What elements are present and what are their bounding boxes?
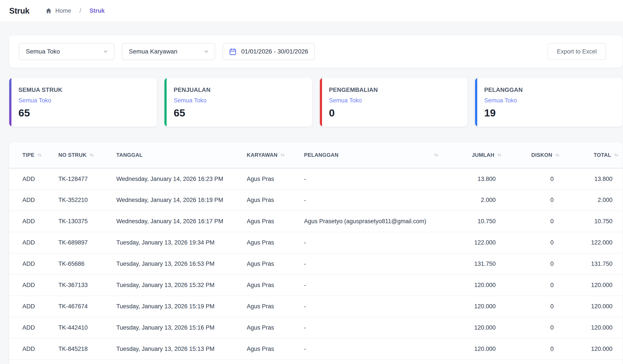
table-row[interactable]: ADDTK-367133Tuesday, January 13, 2026 15…: [9, 275, 623, 296]
cell-jumlah: 10.750: [448, 211, 503, 232]
home-icon: [45, 7, 52, 14]
cell-tanggal: Tuesday, January 13, 2026 15:13 PM: [110, 338, 239, 360]
stat-card-title: SEMUA STRUK: [19, 87, 150, 93]
cell-jumlah: 122.000: [448, 232, 503, 253]
cell-tipe: ADD: [9, 253, 49, 275]
column-header-tipe[interactable]: TIPE: [9, 142, 49, 168]
cell-tanggal: Wednesday, January 14, 2026 16:19 PM: [110, 189, 239, 211]
cell-total: 131.750: [560, 253, 623, 275]
cell-total: 13.800: [560, 168, 623, 189]
column-label: TANGGAL: [116, 152, 143, 158]
sort-icon[interactable]: [433, 152, 439, 158]
receipts-table: TIPENO STRUKTANGGALKARYAWANPELANGGANJUML…: [9, 142, 623, 360]
column-header-diskon[interactable]: DISKON: [503, 142, 560, 168]
cell-pelanggan: -: [297, 275, 448, 296]
table-row[interactable]: ADDTK-128477Wednesday, January 14, 2026 …: [9, 168, 623, 189]
cell-diskon: 0: [503, 232, 560, 253]
stat-card-subtitle-link[interactable]: Semua Toko: [484, 97, 616, 104]
sort-icon[interactable]: [280, 152, 285, 158]
cell-tipe: ADD: [9, 211, 49, 232]
cell-pelanggan: -: [297, 317, 448, 338]
sort-icon[interactable]: [555, 152, 560, 158]
column-header-tanggal: TANGGAL: [110, 142, 239, 168]
cell-jumlah: 131.750: [448, 253, 503, 275]
table-row[interactable]: ADDTK-352210Wednesday, January 14, 2026 …: [9, 189, 623, 211]
cell-tanggal: Tuesday, January 13, 2026 15:16 PM: [110, 317, 239, 338]
cell-total: 2.000: [560, 189, 623, 211]
date-range-picker[interactable]: 01/01/2026 - 30/01/2026: [222, 43, 315, 60]
sort-icon[interactable]: [37, 152, 42, 158]
cell-no_struk: TK-467674: [49, 296, 110, 317]
table-row[interactable]: ADDTK-442410Tuesday, January 13, 2026 15…: [9, 317, 623, 338]
column-header-karyawan[interactable]: KARYAWAN: [239, 142, 297, 168]
cell-total: 120.000: [560, 317, 623, 338]
cell-diskon: 0: [503, 317, 560, 338]
stat-card-value: 19: [484, 107, 616, 119]
sort-icon[interactable]: [89, 152, 95, 158]
cell-no_struk: TK-442410: [49, 317, 110, 338]
sort-icon[interactable]: [497, 152, 502, 158]
stat-card-subtitle-link[interactable]: Semua Toko: [174, 97, 305, 104]
cell-pelanggan: Agus Prasetyo (agusprasetyo811@gmail.com…: [297, 211, 448, 232]
column-label: TOTAL: [594, 152, 611, 158]
calendar-icon: [229, 48, 237, 56]
column-label: NO STRUK: [58, 152, 87, 158]
stat-card-subtitle-link[interactable]: Semua Toko: [329, 97, 461, 104]
cell-diskon: 0: [503, 211, 560, 232]
cell-pelanggan: -: [297, 168, 448, 189]
column-header-jumlah[interactable]: JUMLAH: [448, 142, 503, 168]
sort-icon[interactable]: [613, 152, 619, 158]
breadcrumb-separator: /: [79, 7, 81, 14]
export-to-excel-button[interactable]: Export to Excel: [548, 43, 606, 60]
card-accent-bar: [164, 78, 167, 126]
cell-karyawan: Agus Pras: [239, 317, 297, 338]
cell-tipe: ADD: [9, 317, 49, 338]
breadcrumb-home-link[interactable]: Home: [45, 7, 71, 14]
stat-card-penjualan: PENJUALANSemua Toko65: [164, 78, 312, 126]
table-header-row: TIPENO STRUKTANGGALKARYAWANPELANGGANJUML…: [9, 142, 623, 168]
cell-no_struk: TK-367133: [49, 275, 110, 296]
stat-card-pengembalian: PENGEMBALIANSemua Toko0: [320, 78, 467, 126]
cell-total: 120.000: [560, 338, 623, 360]
employee-select[interactable]: Semua Karyawan: [122, 43, 215, 60]
cell-tanggal: Tuesday, January 13, 2026 16:53 PM: [110, 253, 239, 275]
filter-panel: Semua Toko Semua Karyawan 01/01/2026 - 3…: [9, 36, 623, 67]
table-row[interactable]: ADDTK-689897Tuesday, January 13, 2026 19…: [9, 232, 623, 253]
cell-tipe: ADD: [9, 275, 49, 296]
table-row[interactable]: ADDTK-65686Tuesday, January 13, 2026 16:…: [9, 253, 623, 275]
table-row[interactable]: ADDTK-130375Wednesday, January 14, 2026 …: [9, 211, 623, 232]
column-header-no_struk[interactable]: NO STRUK: [49, 142, 110, 168]
cell-tipe: ADD: [9, 296, 49, 317]
store-select[interactable]: Semua Toko: [19, 43, 114, 60]
cell-jumlah: 120.000: [448, 317, 503, 338]
column-header-total[interactable]: TOTAL: [560, 142, 623, 168]
cell-karyawan: Agus Pras: [239, 338, 297, 360]
cell-tipe: ADD: [9, 338, 49, 360]
main-content: Semua Toko Semua Karyawan 01/01/2026 - 3…: [0, 36, 623, 364]
stat-card-pelanggan: PELANGGANSemua Toko19: [475, 78, 623, 126]
cell-tanggal: Wednesday, January 14, 2026 16:23 PM: [110, 168, 239, 189]
store-select-value: Semua Toko: [26, 48, 60, 55]
cell-no_struk: TK-845218: [49, 338, 110, 360]
column-header-pelanggan[interactable]: PELANGGAN: [297, 142, 448, 168]
cell-no_struk: TK-128477: [49, 168, 110, 189]
cell-tanggal: Wednesday, January 14, 2026 16:17 PM: [110, 211, 239, 232]
table-row[interactable]: ADDTK-845218Tuesday, January 13, 2026 15…: [9, 338, 623, 360]
cell-jumlah: 120.000: [448, 338, 503, 360]
table-row[interactable]: ADDTK-467674Tuesday, January 13, 2026 15…: [9, 296, 623, 317]
cell-pelanggan: -: [297, 296, 448, 317]
cell-karyawan: Agus Pras: [239, 296, 297, 317]
column-label: PELANGGAN: [304, 152, 338, 158]
date-range-value: 01/01/2026 - 30/01/2026: [241, 48, 308, 55]
breadcrumb-home-label: Home: [55, 7, 71, 14]
stat-card-subtitle-link[interactable]: Semua Toko: [19, 97, 150, 104]
cell-diskon: 0: [503, 189, 560, 211]
chevron-down-icon: [103, 48, 109, 55]
page-title: Struk: [9, 6, 29, 16]
cell-karyawan: Agus Pras: [239, 168, 297, 189]
cell-tanggal: Tuesday, January 13, 2026 19:34 PM: [110, 232, 239, 253]
column-label: TIPE: [22, 152, 34, 158]
cell-diskon: 0: [503, 275, 560, 296]
cell-tipe: ADD: [9, 168, 49, 189]
cell-no_struk: TK-65686: [49, 253, 110, 275]
